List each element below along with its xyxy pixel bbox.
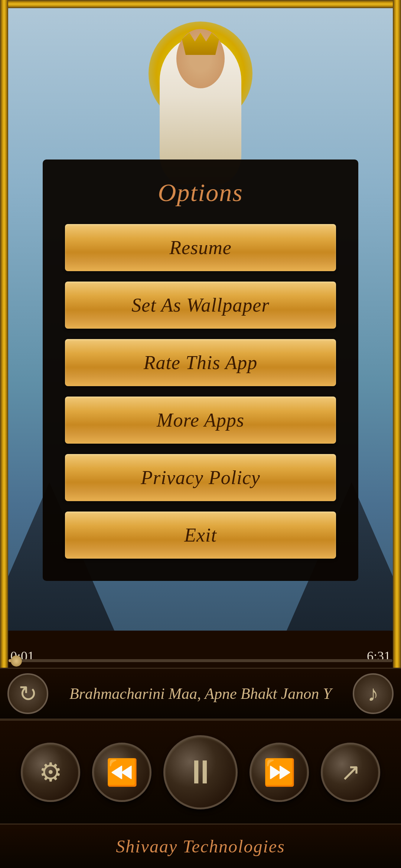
pause-icon: ⏸: [184, 753, 217, 791]
goddess-head: [176, 29, 225, 88]
options-title: Options: [65, 178, 336, 207]
next-song-button[interactable]: ♪: [353, 673, 394, 714]
progress-track[interactable]: [9, 659, 392, 662]
pause-button[interactable]: ⏸: [163, 735, 238, 809]
rate-app-button[interactable]: Rate This App: [65, 339, 336, 386]
progress-fill: [9, 659, 16, 662]
more-apps-button[interactable]: More Apps: [65, 397, 336, 444]
progress-area: 0:01 6:31: [0, 631, 401, 668]
frame-border-left: [0, 0, 8, 668]
fast-forward-icon: ⏩: [263, 757, 296, 788]
exit-button[interactable]: Exit: [65, 512, 336, 559]
settings-button[interactable]: ⚙: [21, 743, 80, 802]
share-icon: ↗: [340, 758, 361, 786]
rewind-button[interactable]: ⏪: [92, 743, 151, 802]
frame-border-right: [393, 0, 401, 668]
set-wallpaper-button[interactable]: Set As Wallpaper: [65, 282, 336, 329]
repeat-button[interactable]: ↻: [7, 673, 48, 714]
repeat-icon: ↻: [19, 681, 37, 707]
share-button[interactable]: ↗: [321, 743, 380, 802]
song-bar: ↻ Brahmacharini Maa, Apne Bhakt Janon Y …: [0, 668, 401, 720]
controls-bar: ⚙ ⏪ ⏸ ⏩ ↗: [0, 720, 401, 823]
goddess-crown: [182, 33, 219, 55]
progress-thumb[interactable]: [11, 655, 22, 667]
gear-icon: ⚙: [39, 757, 62, 788]
song-title: Brahmacharini Maa, Apne Bhakt Janon Y: [48, 685, 353, 703]
brand-name: Shivaay Technologies: [116, 836, 285, 857]
privacy-policy-button[interactable]: Privacy Policy: [65, 454, 336, 501]
frame-border-top: [0, 0, 401, 8]
options-dialog: Options Resume Set As Wallpaper Rate Thi…: [43, 160, 358, 581]
resume-button[interactable]: Resume: [65, 224, 336, 271]
fast-forward-button[interactable]: ⏩: [250, 743, 309, 802]
rewind-icon: ⏪: [106, 757, 138, 788]
footer: Shivaay Technologies: [0, 823, 401, 868]
music-note-icon: ♪: [368, 681, 379, 707]
